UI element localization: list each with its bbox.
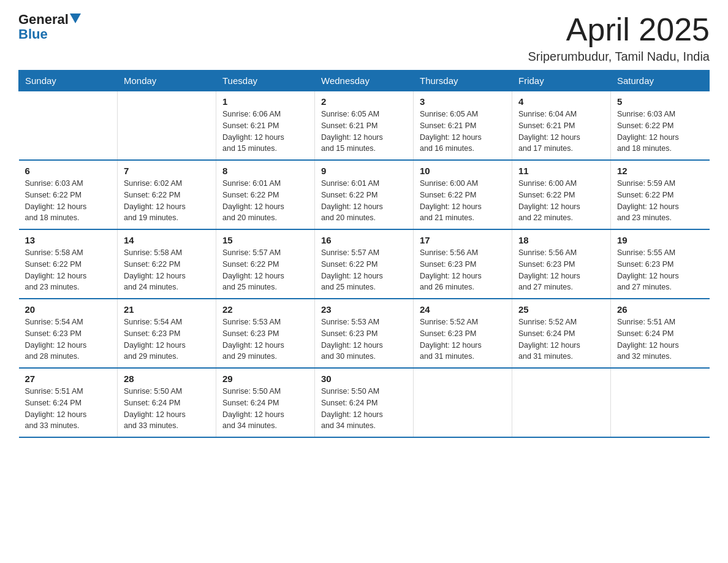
day-info: Sunrise: 5:50 AM Sunset: 6:24 PM Dayligh… <box>222 386 308 432</box>
table-row: 15Sunrise: 5:57 AM Sunset: 6:22 PM Dayli… <box>216 229 315 299</box>
table-row: 18Sunrise: 5:56 AM Sunset: 6:23 PM Dayli… <box>512 229 611 299</box>
day-number: 9 <box>321 166 407 176</box>
day-number: 27 <box>25 373 112 384</box>
table-row: 11Sunrise: 6:00 AM Sunset: 6:22 PM Dayli… <box>512 160 611 229</box>
location-subtitle: Sriperumbudur, Tamil Nadu, India <box>528 50 710 64</box>
table-row: 19Sunrise: 5:55 AM Sunset: 6:23 PM Dayli… <box>611 229 710 299</box>
day-info: Sunrise: 6:02 AM Sunset: 6:22 PM Dayligh… <box>124 178 210 224</box>
day-number: 29 <box>222 373 308 384</box>
day-number: 23 <box>321 304 407 315</box>
weekday-header-row: Sunday Monday Tuesday Wednesday Thursday… <box>19 71 710 91</box>
logo-triangle-icon <box>70 13 81 23</box>
table-row: 10Sunrise: 6:00 AM Sunset: 6:22 PM Dayli… <box>414 160 512 229</box>
day-number: 25 <box>518 304 604 315</box>
day-info: Sunrise: 6:00 AM Sunset: 6:22 PM Dayligh… <box>518 178 604 224</box>
table-row <box>414 368 512 437</box>
day-number: 16 <box>321 235 407 245</box>
calendar-week-row: 6Sunrise: 6:03 AM Sunset: 6:22 PM Daylig… <box>19 160 710 229</box>
day-number: 22 <box>222 304 308 315</box>
table-row: 7Sunrise: 6:02 AM Sunset: 6:22 PM Daylig… <box>118 160 216 229</box>
table-row: 27Sunrise: 5:51 AM Sunset: 6:24 PM Dayli… <box>19 368 118 437</box>
header-saturday: Saturday <box>611 71 710 91</box>
day-number: 30 <box>321 373 407 384</box>
table-row: 2Sunrise: 6:05 AM Sunset: 6:21 PM Daylig… <box>315 91 414 161</box>
day-info: Sunrise: 5:52 AM Sunset: 6:24 PM Dayligh… <box>518 316 604 362</box>
table-row: 9Sunrise: 6:01 AM Sunset: 6:22 PM Daylig… <box>315 160 414 229</box>
calendar-week-row: 27Sunrise: 5:51 AM Sunset: 6:24 PM Dayli… <box>19 368 710 437</box>
day-number: 21 <box>124 304 210 315</box>
day-number: 7 <box>124 166 210 176</box>
day-number: 17 <box>420 235 506 245</box>
day-number: 8 <box>222 166 308 176</box>
day-info: Sunrise: 6:01 AM Sunset: 6:22 PM Dayligh… <box>321 178 407 224</box>
day-info: Sunrise: 6:05 AM Sunset: 6:21 PM Dayligh… <box>420 109 506 155</box>
header-wednesday: Wednesday <box>315 71 414 91</box>
month-year-title: April 2025 <box>528 12 710 47</box>
logo: General Blue <box>18 12 81 42</box>
day-number: 4 <box>518 96 604 107</box>
table-row <box>512 368 611 437</box>
day-info: Sunrise: 5:56 AM Sunset: 6:23 PM Dayligh… <box>420 247 506 293</box>
table-row <box>611 368 710 437</box>
day-info: Sunrise: 5:54 AM Sunset: 6:23 PM Dayligh… <box>25 316 112 362</box>
day-number: 26 <box>617 304 703 315</box>
day-info: Sunrise: 5:52 AM Sunset: 6:23 PM Dayligh… <box>420 316 506 362</box>
day-info: Sunrise: 6:00 AM Sunset: 6:22 PM Dayligh… <box>420 178 506 224</box>
table-row: 28Sunrise: 5:50 AM Sunset: 6:24 PM Dayli… <box>118 368 216 437</box>
header-friday: Friday <box>512 71 611 91</box>
logo-text-blue: Blue <box>18 27 48 42</box>
day-number: 18 <box>518 235 604 245</box>
day-info: Sunrise: 5:58 AM Sunset: 6:22 PM Dayligh… <box>124 247 210 293</box>
header-monday: Monday <box>118 71 216 91</box>
day-number: 11 <box>518 166 604 176</box>
day-info: Sunrise: 5:57 AM Sunset: 6:22 PM Dayligh… <box>222 247 308 293</box>
day-info: Sunrise: 6:04 AM Sunset: 6:21 PM Dayligh… <box>518 109 604 155</box>
calendar-week-row: 13Sunrise: 5:58 AM Sunset: 6:22 PM Dayli… <box>19 229 710 299</box>
day-info: Sunrise: 5:56 AM Sunset: 6:23 PM Dayligh… <box>518 247 604 293</box>
day-number: 10 <box>420 166 506 176</box>
calendar-week-row: 1Sunrise: 6:06 AM Sunset: 6:21 PM Daylig… <box>19 91 710 161</box>
day-info: Sunrise: 5:50 AM Sunset: 6:24 PM Dayligh… <box>124 386 210 432</box>
table-row: 1Sunrise: 6:06 AM Sunset: 6:21 PM Daylig… <box>216 91 315 161</box>
day-info: Sunrise: 5:58 AM Sunset: 6:22 PM Dayligh… <box>25 247 112 293</box>
page-header: General Blue April 2025 Sriperumbudur, T… <box>18 12 710 64</box>
table-row: 16Sunrise: 5:57 AM Sunset: 6:22 PM Dayli… <box>315 229 414 299</box>
calendar-week-row: 20Sunrise: 5:54 AM Sunset: 6:23 PM Dayli… <box>19 299 710 368</box>
day-number: 12 <box>617 166 703 176</box>
table-row: 12Sunrise: 5:59 AM Sunset: 6:22 PM Dayli… <box>611 160 710 229</box>
header-tuesday: Tuesday <box>216 71 315 91</box>
day-info: Sunrise: 6:05 AM Sunset: 6:21 PM Dayligh… <box>321 109 407 155</box>
day-info: Sunrise: 5:51 AM Sunset: 6:24 PM Dayligh… <box>25 386 112 432</box>
day-info: Sunrise: 6:03 AM Sunset: 6:22 PM Dayligh… <box>25 178 112 224</box>
day-info: Sunrise: 5:54 AM Sunset: 6:23 PM Dayligh… <box>124 316 210 362</box>
table-row: 14Sunrise: 5:58 AM Sunset: 6:22 PM Dayli… <box>118 229 216 299</box>
table-row: 3Sunrise: 6:05 AM Sunset: 6:21 PM Daylig… <box>414 91 512 161</box>
day-info: Sunrise: 5:55 AM Sunset: 6:23 PM Dayligh… <box>617 247 703 293</box>
table-row: 22Sunrise: 5:53 AM Sunset: 6:23 PM Dayli… <box>216 299 315 368</box>
table-row: 17Sunrise: 5:56 AM Sunset: 6:23 PM Dayli… <box>414 229 512 299</box>
day-info: Sunrise: 5:50 AM Sunset: 6:24 PM Dayligh… <box>321 386 407 432</box>
day-number: 14 <box>124 235 210 245</box>
table-row: 26Sunrise: 5:51 AM Sunset: 6:24 PM Dayli… <box>611 299 710 368</box>
day-info: Sunrise: 5:53 AM Sunset: 6:23 PM Dayligh… <box>222 316 308 362</box>
table-row: 30Sunrise: 5:50 AM Sunset: 6:24 PM Dayli… <box>315 368 414 437</box>
table-row: 20Sunrise: 5:54 AM Sunset: 6:23 PM Dayli… <box>19 299 118 368</box>
day-number: 28 <box>124 373 210 384</box>
table-row: 8Sunrise: 6:01 AM Sunset: 6:22 PM Daylig… <box>216 160 315 229</box>
day-number: 2 <box>321 96 407 107</box>
day-info: Sunrise: 5:57 AM Sunset: 6:22 PM Dayligh… <box>321 247 407 293</box>
day-info: Sunrise: 5:59 AM Sunset: 6:22 PM Dayligh… <box>617 178 703 224</box>
header-sunday: Sunday <box>19 71 118 91</box>
day-number: 1 <box>222 96 308 107</box>
title-block: April 2025 Sriperumbudur, Tamil Nadu, In… <box>528 12 710 64</box>
table-row: 23Sunrise: 5:53 AM Sunset: 6:23 PM Dayli… <box>315 299 414 368</box>
day-number: 20 <box>25 304 112 315</box>
day-info: Sunrise: 6:06 AM Sunset: 6:21 PM Dayligh… <box>222 109 308 155</box>
day-number: 5 <box>617 96 703 107</box>
day-info: Sunrise: 5:51 AM Sunset: 6:24 PM Dayligh… <box>617 316 703 362</box>
table-row <box>118 91 216 161</box>
day-number: 6 <box>25 166 112 176</box>
table-row: 4Sunrise: 6:04 AM Sunset: 6:21 PM Daylig… <box>512 91 611 161</box>
table-row: 21Sunrise: 5:54 AM Sunset: 6:23 PM Dayli… <box>118 299 216 368</box>
table-row: 5Sunrise: 6:03 AM Sunset: 6:22 PM Daylig… <box>611 91 710 161</box>
